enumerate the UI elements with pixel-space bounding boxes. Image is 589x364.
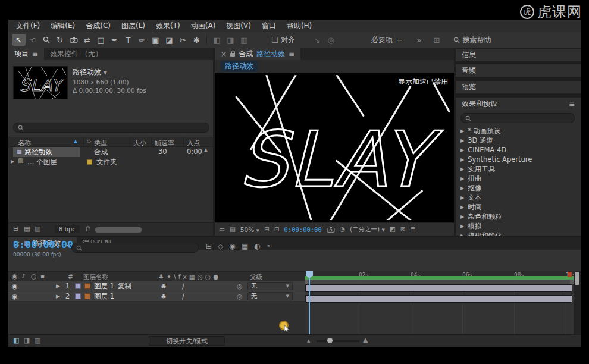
draft-3d-icon[interactable]: ◇ [218, 243, 223, 250]
column-layer-name[interactable]: 图层名称 [83, 273, 108, 281]
selected-item-name[interactable]: 路径动效 ▼ [73, 67, 107, 77]
rasterize-switch-icon[interactable]: / [182, 282, 184, 290]
menu-item-layer[interactable]: 图层(L) [116, 21, 151, 31]
layer-duration-bar-1[interactable] [305, 284, 572, 292]
expand-arrow-icon[interactable]: ▶ [56, 283, 60, 289]
clone-stamp-tool-icon[interactable]: ▣ [149, 34, 162, 46]
show-channel-icon[interactable]: ◔ [340, 226, 345, 233]
layer-name[interactable]: 图层 1 [94, 292, 114, 301]
timeline-search-input[interactable] [71, 243, 199, 253]
region-of-interest-icon[interactable]: ⊡ [274, 226, 280, 233]
panel-menu-icon[interactable]: ≡ [32, 51, 38, 58]
category-keying[interactable]: ▶抠像 [456, 183, 581, 193]
viewer-menu-icon[interactable]: ≣ [411, 226, 416, 233]
eye-icon[interactable]: ◉ [12, 293, 18, 300]
parent-pickwhip-icon[interactable]: ◎ [237, 283, 243, 290]
category-synthetic-aperture[interactable]: ▶Synthetic Aperture [456, 155, 581, 164]
comp-nav-chip[interactable]: 路径动效 [221, 61, 258, 72]
snapshot-camera-icon[interactable] [327, 227, 335, 233]
category-text[interactable]: ▶文本 [456, 193, 581, 202]
type-tool-icon[interactable]: T [121, 34, 135, 46]
eraser-tool-icon[interactable]: ◪ [162, 34, 176, 46]
camera-tool-icon[interactable] [67, 34, 80, 46]
project-row-folder[interactable]: ▶ ▤ … 个图层 文件夹 [8, 157, 213, 167]
search-help-label[interactable]: 搜索帮助 [463, 35, 491, 45]
column-parent[interactable]: 父级 [250, 273, 262, 281]
toggle-switches-modes-button[interactable]: 切换开关/模式 [149, 336, 225, 346]
menu-item-composition[interactable]: 合成(C) [80, 21, 116, 31]
column-in-point[interactable]: 入点 [187, 139, 200, 148]
snap-icon[interactable]: ↘ [311, 34, 324, 46]
category-distort[interactable]: ▶扭曲 [456, 174, 581, 183]
workspace-label[interactable]: 必要项 [371, 35, 393, 45]
align-checkbox-icon[interactable]: ☐ [271, 36, 278, 44]
workspace-menu-icon[interactable]: ≡ [396, 36, 403, 44]
category-3d-channel[interactable]: ▶3D 通道 [456, 136, 581, 145]
scrollbar-thumb[interactable] [575, 272, 579, 285]
label-color-swatch[interactable] [87, 159, 92, 165]
more-workspaces-icon[interactable]: » [417, 36, 422, 44]
rasterize-switch-icon[interactable]: / [182, 292, 184, 300]
main-viewer-icon[interactable]: ▤ [230, 226, 236, 233]
layer-row-2[interactable]: ◉ ▶ 2 图层 1 ♣ / ◎ 无 ▼ [8, 291, 305, 302]
eye-icon[interactable]: ◉ [12, 283, 18, 290]
trash-icon[interactable] [84, 225, 91, 232]
menu-item-animation[interactable]: 动画(A) [186, 21, 221, 31]
layer-duration-bar-2[interactable] [305, 295, 572, 303]
mini-flowchart-icon[interactable]: ⊞ [206, 243, 212, 250]
chevron-down-icon[interactable]: ▼ [104, 71, 107, 76]
panel-menu-icon[interactable]: ≡ [569, 101, 575, 108]
layer-name[interactable]: 图层 1_复制 [94, 282, 131, 291]
expand-arrow-icon[interactable]: ▶ [11, 159, 14, 164]
category-simulation[interactable]: ▶模拟 [456, 221, 581, 231]
new-composition-icon[interactable]: ▥ [35, 225, 40, 232]
graph-editor-icon[interactable]: ≈ [267, 243, 272, 250]
panel-effects-presets[interactable]: 效果和预设 ≡ [456, 98, 581, 110]
column-fps[interactable]: 帧速率 [155, 139, 174, 148]
composition-viewer[interactable]: 显示加速已禁用 [215, 73, 454, 222]
parent-pickwhip-icon[interactable]: ◎ [237, 293, 243, 300]
pan-behind-tool-icon[interactable]: ⇄ [80, 34, 94, 46]
comp-marker[interactable] [568, 272, 572, 277]
menu-item-view[interactable]: 视图(V) [221, 21, 256, 31]
tab-composition[interactable]: × 合成 路径动效 ≡ [215, 48, 300, 60]
zoom-tool-icon[interactable] [39, 34, 53, 46]
selection-tool-icon[interactable]: ↖ [12, 34, 26, 46]
hide-shy-layers-icon[interactable]: ◉ [229, 243, 235, 250]
viewer-timecode[interactable]: 0:00:00:00 [284, 226, 322, 233]
tab-comp-name[interactable]: 路径动效 [256, 49, 285, 59]
category-noise-grain[interactable]: ▶杂色和颗粒 [456, 212, 581, 221]
menu-item-effect[interactable]: 效果(T) [151, 21, 186, 31]
project-row-composition[interactable]: ▦ 路径动效 合成 30 0:00 ♟ [8, 147, 213, 157]
column-type[interactable]: 类型 [94, 139, 107, 148]
hand-tool-icon[interactable]: ☜ [26, 34, 39, 46]
bit-depth-button[interactable]: 8 bpc [55, 225, 80, 233]
composition-thumbnail[interactable] [13, 66, 68, 99]
category-time[interactable]: ▶时间 [456, 202, 581, 212]
current-timecode[interactable]: 0:00:00:00 [13, 239, 73, 250]
category-cinema4d[interactable]: ▶CINEMA 4D [456, 145, 581, 155]
horizontal-scrollbar-thumb[interactable] [95, 227, 142, 233]
expand-transfer-controls-icon[interactable]: ◨ [24, 337, 30, 344]
mask-visibility-icon[interactable]: ◎ [324, 34, 338, 46]
parent-dropdown[interactable]: 无 ▼ [247, 282, 293, 290]
menu-item-file[interactable]: 文件(F) [11, 21, 45, 31]
pen-tool-icon[interactable]: ✒ [108, 34, 121, 46]
panel-preview[interactable]: 预览 [456, 81, 581, 93]
work-area-start-handle[interactable] [305, 280, 308, 284]
menu-item-help[interactable]: 帮助(H) [281, 21, 317, 31]
parent-dropdown[interactable]: 无 ▼ [247, 292, 293, 300]
frame-blending-icon[interactable]: ▦ [242, 243, 248, 250]
menu-item-window[interactable]: 窗口 [256, 21, 281, 31]
brush-tool-icon[interactable]: ✏ [135, 34, 149, 46]
close-icon[interactable]: × [221, 51, 227, 58]
transparency-grid-icon[interactable]: ⊠ [400, 226, 406, 233]
expand-arrow-icon[interactable]: ▶ [56, 293, 60, 299]
layer-color-swatch[interactable] [75, 283, 81, 289]
shape-tool-icon[interactable]: □ [94, 34, 108, 46]
grid-guides-icon[interactable]: ⊞ [264, 226, 270, 233]
motion-blur-icon[interactable]: ◐ [254, 243, 260, 250]
quality-switch-icon[interactable]: ♣ [161, 293, 167, 300]
timeline-vertical-scrollbar[interactable] [574, 271, 581, 334]
timeline-zoom-thumb[interactable] [327, 338, 333, 343]
